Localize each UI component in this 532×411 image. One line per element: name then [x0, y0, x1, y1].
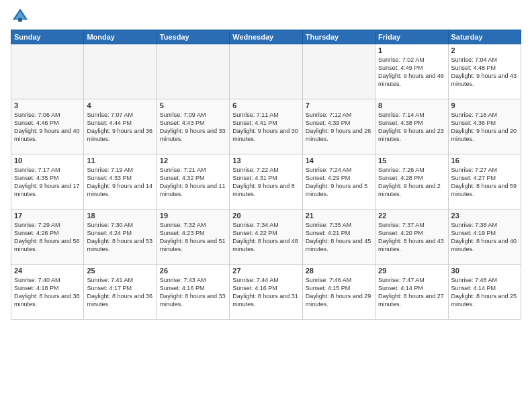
day-cell-20: 20Sunrise: 7:34 AM Sunset: 4:22 PM Dayli… — [230, 210, 302, 265]
day-cell-11: 11Sunrise: 7:19 AM Sunset: 4:33 PM Dayli… — [84, 154, 157, 210]
day-number: 5 — [160, 101, 226, 109]
logo — [11, 7, 32, 26]
day-number: 11 — [87, 156, 153, 165]
day-cell-26: 26Sunrise: 7:43 AM Sunset: 4:16 PM Dayli… — [157, 265, 229, 320]
day-number: 1 — [378, 46, 445, 54]
day-cell-1: 1Sunrise: 7:02 AM Sunset: 4:49 PM Daylig… — [375, 44, 448, 99]
day-cell-8: 8Sunrise: 7:14 AM Sunset: 4:38 PM Daylig… — [375, 99, 448, 154]
day-cell-25: 25Sunrise: 7:41 AM Sunset: 4:17 PM Dayli… — [84, 265, 157, 320]
day-cell-14: 14Sunrise: 7:24 AM Sunset: 4:29 PM Dayli… — [302, 154, 375, 210]
weekday-monday: Monday — [84, 30, 157, 44]
page: SundayMondayTuesdayWednesdayThursdayFrid… — [0, 0, 532, 411]
day-cell-18: 18Sunrise: 7:30 AM Sunset: 4:24 PM Dayli… — [84, 210, 157, 265]
day-number: 13 — [232, 156, 299, 165]
day-cell-27: 27Sunrise: 7:44 AM Sunset: 4:16 PM Dayli… — [230, 265, 302, 320]
day-cell-6: 6Sunrise: 7:11 AM Sunset: 4:41 PM Daylig… — [230, 99, 302, 154]
weekday-header-row: SundayMondayTuesdayWednesdayThursdayFrid… — [11, 30, 521, 44]
day-cell-3: 3Sunrise: 7:06 AM Sunset: 4:46 PM Daylig… — [11, 99, 84, 154]
weekday-thursday: Thursday — [302, 30, 375, 44]
day-cell-empty — [302, 44, 375, 99]
day-info: Sunrise: 7:32 AM Sunset: 4:23 PM Dayligh… — [160, 221, 226, 254]
day-cell-empty — [157, 44, 229, 99]
day-info: Sunrise: 7:43 AM Sunset: 4:16 PM Dayligh… — [160, 276, 226, 309]
day-cell-5: 5Sunrise: 7:09 AM Sunset: 4:43 PM Daylig… — [157, 99, 229, 154]
day-number: 17 — [14, 212, 81, 220]
day-cell-2: 2Sunrise: 7:04 AM Sunset: 4:48 PM Daylig… — [448, 44, 521, 99]
day-number: 7 — [306, 101, 372, 109]
day-info: Sunrise: 7:02 AM Sunset: 4:49 PM Dayligh… — [378, 56, 445, 89]
day-info: Sunrise: 7:19 AM Sunset: 4:33 PM Dayligh… — [87, 166, 153, 199]
day-number: 12 — [160, 156, 226, 165]
day-info: Sunrise: 7:07 AM Sunset: 4:44 PM Dayligh… — [87, 111, 153, 144]
day-info: Sunrise: 7:17 AM Sunset: 4:35 PM Dayligh… — [14, 166, 81, 199]
day-number: 15 — [378, 156, 445, 165]
day-info: Sunrise: 7:37 AM Sunset: 4:20 PM Dayligh… — [378, 221, 445, 254]
day-cell-empty — [11, 44, 84, 99]
logo-icon — [11, 7, 30, 26]
day-cell-empty — [84, 44, 157, 99]
day-number: 4 — [87, 101, 153, 109]
day-cell-empty — [230, 44, 302, 99]
day-number: 23 — [451, 212, 518, 220]
day-cell-23: 23Sunrise: 7:38 AM Sunset: 4:19 PM Dayli… — [448, 210, 521, 265]
day-info: Sunrise: 7:38 AM Sunset: 4:19 PM Dayligh… — [451, 221, 518, 254]
day-number: 3 — [14, 101, 81, 109]
day-cell-16: 16Sunrise: 7:27 AM Sunset: 4:27 PM Dayli… — [448, 154, 521, 210]
day-cell-12: 12Sunrise: 7:21 AM Sunset: 4:32 PM Dayli… — [157, 154, 229, 210]
day-info: Sunrise: 7:35 AM Sunset: 4:21 PM Dayligh… — [306, 221, 372, 254]
day-info: Sunrise: 7:09 AM Sunset: 4:43 PM Dayligh… — [160, 111, 226, 144]
header — [11, 7, 521, 26]
day-number: 10 — [14, 156, 81, 165]
weekday-friday: Friday — [375, 30, 448, 44]
day-info: Sunrise: 7:14 AM Sunset: 4:38 PM Dayligh… — [378, 111, 445, 144]
weekday-wednesday: Wednesday — [230, 30, 302, 44]
day-cell-17: 17Sunrise: 7:29 AM Sunset: 4:26 PM Dayli… — [11, 210, 84, 265]
day-info: Sunrise: 7:44 AM Sunset: 4:16 PM Dayligh… — [232, 276, 299, 309]
svg-rect-2 — [18, 18, 22, 22]
day-number: 27 — [232, 267, 299, 275]
day-number: 24 — [14, 267, 81, 275]
day-info: Sunrise: 7:46 AM Sunset: 4:15 PM Dayligh… — [306, 276, 372, 309]
day-info: Sunrise: 7:12 AM Sunset: 4:39 PM Dayligh… — [306, 111, 372, 144]
day-cell-4: 4Sunrise: 7:07 AM Sunset: 4:44 PM Daylig… — [84, 99, 157, 154]
day-cell-7: 7Sunrise: 7:12 AM Sunset: 4:39 PM Daylig… — [302, 99, 375, 154]
week-row-3: 10Sunrise: 7:17 AM Sunset: 4:35 PM Dayli… — [11, 154, 521, 210]
day-info: Sunrise: 7:26 AM Sunset: 4:28 PM Dayligh… — [378, 166, 445, 199]
day-cell-13: 13Sunrise: 7:22 AM Sunset: 4:31 PM Dayli… — [230, 154, 302, 210]
day-number: 30 — [451, 267, 518, 275]
day-info: Sunrise: 7:21 AM Sunset: 4:32 PM Dayligh… — [160, 166, 226, 199]
day-number: 8 — [378, 101, 445, 109]
day-info: Sunrise: 7:29 AM Sunset: 4:26 PM Dayligh… — [14, 221, 81, 254]
day-number: 26 — [160, 267, 226, 275]
day-info: Sunrise: 7:47 AM Sunset: 4:14 PM Dayligh… — [378, 276, 445, 309]
day-number: 20 — [232, 212, 299, 220]
day-number: 14 — [306, 156, 372, 165]
weekday-saturday: Saturday — [448, 30, 521, 44]
day-info: Sunrise: 7:27 AM Sunset: 4:27 PM Dayligh… — [451, 166, 518, 199]
day-number: 22 — [378, 212, 445, 220]
day-info: Sunrise: 7:04 AM Sunset: 4:48 PM Dayligh… — [451, 56, 518, 89]
day-number: 9 — [451, 101, 518, 109]
day-info: Sunrise: 7:48 AM Sunset: 4:14 PM Dayligh… — [451, 276, 518, 309]
weekday-tuesday: Tuesday — [157, 30, 229, 44]
day-number: 16 — [451, 156, 518, 165]
weekday-sunday: Sunday — [11, 30, 84, 44]
day-cell-22: 22Sunrise: 7:37 AM Sunset: 4:20 PM Dayli… — [375, 210, 448, 265]
day-number: 19 — [160, 212, 226, 220]
day-info: Sunrise: 7:06 AM Sunset: 4:46 PM Dayligh… — [14, 111, 81, 144]
day-cell-10: 10Sunrise: 7:17 AM Sunset: 4:35 PM Dayli… — [11, 154, 84, 210]
day-number: 6 — [232, 101, 299, 109]
day-info: Sunrise: 7:40 AM Sunset: 4:18 PM Dayligh… — [14, 276, 81, 309]
calendar-table: SundayMondayTuesdayWednesdayThursdayFrid… — [11, 30, 521, 320]
week-row-5: 24Sunrise: 7:40 AM Sunset: 4:18 PM Dayli… — [11, 265, 521, 320]
day-info: Sunrise: 7:16 AM Sunset: 4:36 PM Dayligh… — [451, 111, 518, 144]
day-cell-15: 15Sunrise: 7:26 AM Sunset: 4:28 PM Dayli… — [375, 154, 448, 210]
day-info: Sunrise: 7:30 AM Sunset: 4:24 PM Dayligh… — [87, 221, 153, 254]
day-info: Sunrise: 7:41 AM Sunset: 4:17 PM Dayligh… — [87, 276, 153, 309]
day-number: 2 — [451, 46, 518, 54]
day-cell-9: 9Sunrise: 7:16 AM Sunset: 4:36 PM Daylig… — [448, 99, 521, 154]
day-cell-19: 19Sunrise: 7:32 AM Sunset: 4:23 PM Dayli… — [157, 210, 229, 265]
day-number: 28 — [306, 267, 372, 275]
week-row-1: 1Sunrise: 7:02 AM Sunset: 4:49 PM Daylig… — [11, 44, 521, 99]
day-cell-28: 28Sunrise: 7:46 AM Sunset: 4:15 PM Dayli… — [302, 265, 375, 320]
